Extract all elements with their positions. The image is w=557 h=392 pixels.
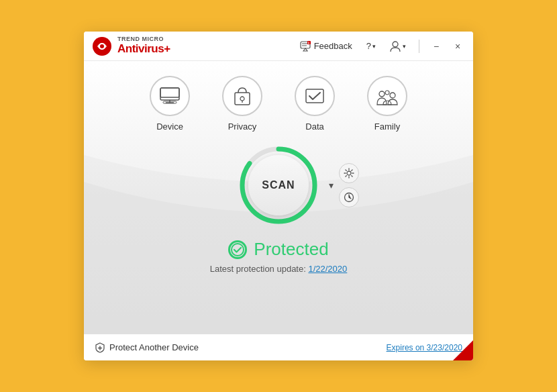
logo-text-area: TREND MICRO Antivirus+ <box>117 36 170 56</box>
logo-product: Antivirus+ <box>117 43 170 56</box>
svg-point-5 <box>393 42 398 47</box>
protected-check-icon <box>228 240 247 259</box>
svg-rect-14 <box>306 89 323 103</box>
protected-row: Protected <box>228 239 328 260</box>
main-content: Device Privacy <box>84 61 473 334</box>
family-icon-circle <box>367 76 407 116</box>
minimize-button[interactable]: − <box>429 39 444 54</box>
svg-rect-6 <box>160 88 179 100</box>
checkmark-circle-icon <box>231 243 244 256</box>
device-label: Device <box>156 121 183 132</box>
main-window: TREND MICRO Antivirus+ Feedback ? ▾ <box>84 32 473 360</box>
svg-point-15 <box>379 91 385 97</box>
svg-point-2 <box>100 44 104 48</box>
expires-corner-decoration <box>453 340 473 360</box>
privacy-label: Privacy <box>228 121 257 132</box>
feedback-icon <box>300 41 311 52</box>
trend-micro-logo-icon <box>92 36 112 56</box>
scan-area: SCAN ▾ <box>238 145 319 226</box>
data-icon-circle <box>295 76 335 116</box>
protect-shield-icon <box>95 342 105 353</box>
privacy-icon <box>233 86 252 106</box>
help-button[interactable]: ? ▾ <box>363 40 379 52</box>
nav-item-data[interactable]: Data <box>295 76 335 132</box>
expires-text[interactable]: Expires on 3/23/2020 <box>387 343 462 352</box>
device-icon <box>160 87 180 105</box>
nav-item-device[interactable]: Device <box>150 76 190 132</box>
family-icon <box>376 86 399 106</box>
account-icon <box>389 40 401 52</box>
logo-area: TREND MICRO Antivirus+ <box>92 36 296 56</box>
privacy-icon-circle <box>222 76 262 116</box>
scan-button[interactable]: SCAN <box>248 155 309 215</box>
update-date[interactable]: 1/22/2020 <box>308 264 347 274</box>
data-icon <box>305 87 325 105</box>
status-area: Protected Latest protection update: 1/22… <box>210 239 348 274</box>
data-label: Data <box>305 121 323 132</box>
device-icon-circle <box>150 76 190 116</box>
history-button[interactable] <box>339 187 359 207</box>
settings-icon <box>344 168 354 179</box>
svg-point-20 <box>347 171 351 175</box>
protect-another-device-button[interactable]: Protect Another Device <box>95 342 199 353</box>
feedback-button[interactable]: Feedback <box>296 40 356 53</box>
close-button[interactable]: × <box>450 39 465 54</box>
svg-rect-4 <box>307 41 311 44</box>
titlebar-separator <box>419 40 419 53</box>
titlebar-actions: Feedback ? ▾ ▾ − × <box>296 39 465 54</box>
svg-point-22 <box>232 244 244 256</box>
update-prefix: Latest protection update: <box>210 264 309 274</box>
footer: Protect Another Device Expires on 3/23/2… <box>84 334 473 360</box>
feedback-label: Feedback <box>314 41 352 51</box>
svg-point-16 <box>390 93 395 98</box>
svg-rect-7 <box>160 88 179 97</box>
svg-point-12 <box>240 97 244 101</box>
help-label: ? <box>366 41 371 51</box>
family-label: Family <box>374 121 400 132</box>
scan-dropdown-arrow[interactable]: ▾ <box>329 180 334 191</box>
nav-item-family[interactable]: Family <box>367 76 407 132</box>
history-icon <box>344 192 354 203</box>
account-button[interactable]: ▾ <box>386 39 409 54</box>
protect-another-label: Protect Another Device <box>109 342 199 352</box>
scan-tools <box>339 163 359 207</box>
scan-ring-container: SCAN ▾ <box>238 145 319 226</box>
protected-text: Protected <box>254 239 328 260</box>
help-chevron-icon: ▾ <box>372 43 376 50</box>
settings-button[interactable] <box>339 163 359 183</box>
svg-point-17 <box>385 91 389 95</box>
account-chevron-icon: ▾ <box>403 43 406 50</box>
nav-row: Device Privacy <box>150 61 407 138</box>
titlebar: TREND MICRO Antivirus+ Feedback ? ▾ <box>84 32 473 61</box>
nav-item-privacy[interactable]: Privacy <box>222 76 262 132</box>
update-info: Latest protection update: 1/22/2020 <box>210 264 348 274</box>
svg-rect-11 <box>235 93 250 105</box>
